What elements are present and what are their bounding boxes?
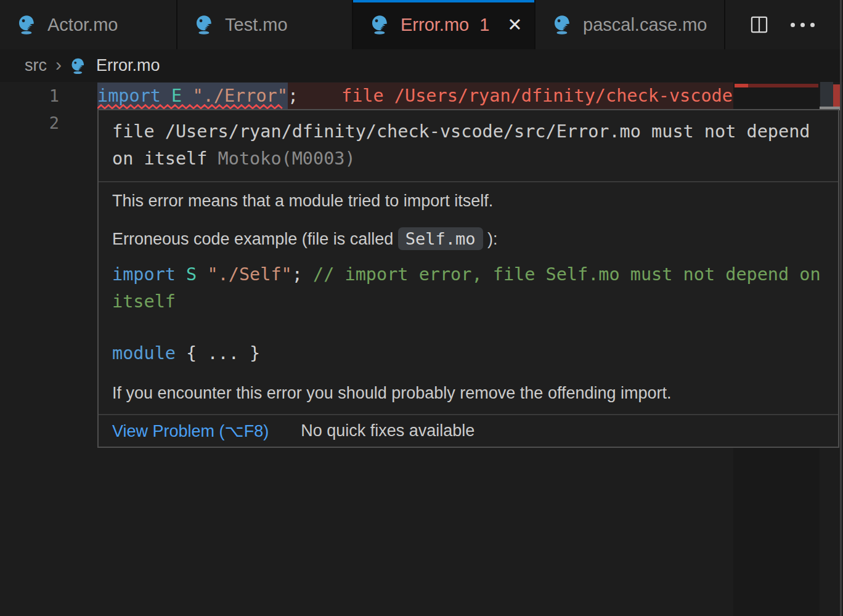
tab-label: Actor.mo xyxy=(47,15,118,35)
code-line-1[interactable]: import E "./Error";file /Users/ryan/dfin… xyxy=(97,83,733,110)
editor-tab-bar: Actor.mo Test.mo Error.mo 1 ✕ xyxy=(0,0,843,49)
view-problem-link[interactable]: View Problem (⌥F8) xyxy=(112,421,269,441)
split-editor-icon[interactable] xyxy=(748,14,770,36)
scrollbar-slider[interactable] xyxy=(820,82,833,109)
motoko-icon xyxy=(553,14,574,35)
tab-error-mo-active[interactable]: Error.mo 1 ✕ xyxy=(353,0,536,49)
tab-label: pascal.case.mo xyxy=(583,15,707,35)
error-hover-popup: file /Users/ryan/dfinity/check-vscode/sr… xyxy=(97,109,839,448)
quick-fix-status: No quick fixes available xyxy=(301,421,474,440)
more-actions-icon[interactable] xyxy=(791,14,813,36)
hover-error-message-section: file /Users/ryan/dfinity/check-vscode/sr… xyxy=(99,110,838,182)
error-message: file /Users/ryan/dfinity/check-vscode/sr… xyxy=(112,121,810,169)
overview-ruler-error-marker xyxy=(833,84,840,108)
chevron-right-icon: › xyxy=(55,54,62,75)
error-source: Motoko(M0003) xyxy=(218,148,356,169)
tab-error-count-badge: 1 xyxy=(479,15,489,35)
tab-label: Error.mo xyxy=(401,15,469,35)
identifier-token: E xyxy=(171,86,192,106)
example-intro-text: Erroneous code example (file is called xyxy=(112,230,398,248)
inline-error-message: file /Users/ryan/dfinity/check-vscode/sr… xyxy=(341,86,733,106)
motoko-icon xyxy=(70,57,88,75)
tab-label: Test.mo xyxy=(225,15,288,35)
editor-actions xyxy=(748,0,843,49)
punct-token: ; xyxy=(292,264,313,285)
motoko-icon xyxy=(17,14,38,35)
breadcrumb: src › Error.mo xyxy=(0,49,843,82)
minimap-error-line xyxy=(735,84,748,87)
line-number-gutter: 1 2 xyxy=(0,83,59,137)
example-code-block: import S "./Self"; // import error, file… xyxy=(112,261,825,315)
tab-actor-mo[interactable]: Actor.mo xyxy=(0,0,177,49)
error-description: This error means that a module tried to … xyxy=(112,188,825,213)
inline-code-chip: Self.mo xyxy=(398,227,483,250)
string-token: "./Self" xyxy=(207,264,291,285)
keyword-token: import xyxy=(112,264,186,285)
tab-pascal-case-mo[interactable]: pascal.case.mo xyxy=(536,0,725,49)
vscode-window: Actor.mo Test.mo Error.mo 1 ✕ xyxy=(0,0,843,616)
line-number: 2 xyxy=(0,110,59,137)
punct-token: { ... } xyxy=(186,343,260,363)
hover-markdown-section: This error means that a module tried to … xyxy=(99,182,838,414)
editor-right-border xyxy=(840,0,842,616)
error-advice: If you encounter this error you should p… xyxy=(112,379,825,405)
identifier-token: S xyxy=(186,264,207,285)
line-number: 1 xyxy=(0,83,59,110)
code-area: import E "./Error";file /Users/ryan/dfin… xyxy=(97,83,733,110)
motoko-icon xyxy=(370,14,391,35)
minimap-error-line xyxy=(748,84,818,87)
example-intro: Erroneous code example (file is called S… xyxy=(112,227,825,251)
close-icon[interactable]: ✕ xyxy=(507,16,522,34)
module-code-block: module { ... } xyxy=(112,340,825,367)
tab-test-mo[interactable]: Test.mo xyxy=(177,0,353,49)
keyword-token: module xyxy=(112,343,186,363)
string-token: "./Error" xyxy=(192,86,287,106)
breadcrumb-file[interactable]: Error.mo xyxy=(96,56,160,75)
motoko-icon xyxy=(195,14,216,35)
keyword-token: import xyxy=(97,86,171,106)
hover-action-bar: View Problem (⌥F8) No quick fixes availa… xyxy=(99,414,838,447)
breadcrumb-folder[interactable]: src xyxy=(25,56,47,75)
example-intro-suffix: ): xyxy=(483,230,498,248)
word-highlight: import E "./Error" xyxy=(97,83,288,110)
punct-token: ; xyxy=(288,86,298,106)
